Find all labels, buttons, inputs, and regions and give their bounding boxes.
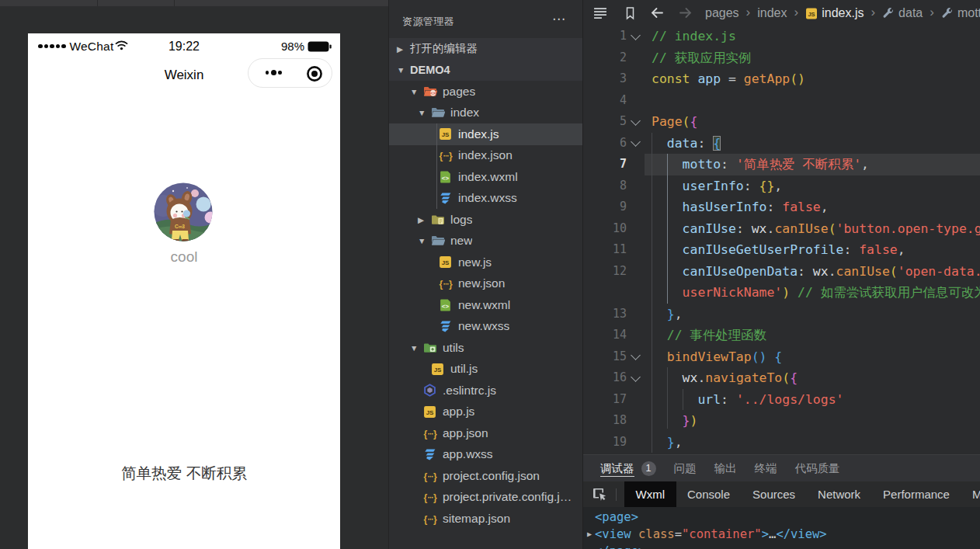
navigate-back-icon[interactable] (650, 5, 665, 23)
breadcrumb-item[interactable]: motto (941, 6, 980, 20)
wxss-icon (439, 320, 453, 333)
home-button[interactable] (306, 65, 323, 85)
simulator-pane: WeChat 19:22 98% Weixin (0, 0, 388, 549)
fold-chevron-icon[interactable] (632, 111, 648, 124)
code-line[interactable]: 1// index.js (583, 26, 980, 47)
file-tree-row[interactable]: JSindex.js (389, 123, 582, 145)
code-line[interactable]: 4 (583, 90, 980, 112)
file-tree-row[interactable]: new.wxss (389, 316, 582, 338)
fold-chevron-icon[interactable] (632, 367, 648, 380)
file-tree-row[interactable]: ▼utils (389, 337, 582, 359)
code-line[interactable]: 7 motto: '简单热爱 不断积累', (583, 154, 980, 175)
fold-chevron-icon[interactable] (632, 133, 648, 146)
code-editor[interactable]: 1// index.js2// 获取应用实例3const app = getAp… (583, 26, 980, 454)
section-label: DEMO4 (410, 64, 450, 76)
capsule-buttons (248, 58, 332, 88)
devtools-tab-network[interactable]: Network (807, 481, 872, 507)
devtools-tab-console[interactable]: Console (676, 481, 742, 507)
file-name: util.js (450, 362, 478, 376)
code-line[interactable]: 11 canIUseGetUserProfile: false, (583, 239, 980, 261)
expand-arrow-icon[interactable]: ▶ (587, 526, 592, 543)
file-tree-row[interactable]: {}index.json (389, 145, 582, 167)
wxss-icon (423, 448, 437, 461)
bookmark-icon[interactable] (624, 6, 637, 23)
motto-text[interactable]: 简单热爱 不断积累 (28, 463, 340, 484)
file-tree-row[interactable]: {}new.json (389, 273, 582, 295)
line-number: 15 (583, 346, 627, 368)
file-tree-row[interactable]: {}app.json (389, 422, 582, 444)
svg-text:{: { (423, 492, 427, 503)
chevron-right-icon: ▶ (397, 44, 406, 54)
file-tree-row[interactable]: {}project.config.json (389, 465, 582, 487)
file-name: .eslintrc.js (443, 384, 496, 398)
more-button[interactable] (258, 59, 289, 87)
explorer-section-project[interactable]: ▼DEMO4 (389, 60, 582, 82)
file-tree-row[interactable]: <>index.wxml (389, 166, 582, 188)
wxml-node[interactable]: ▶<view class="container">…</view> (583, 526, 980, 543)
panel-tab-label: 代码质量 (795, 461, 840, 476)
code-line[interactable]: 8 userInfo: {}, (583, 175, 980, 197)
inspect-element-icon[interactable] (583, 487, 616, 502)
file-name: utils (443, 341, 464, 355)
file-tree-row[interactable]: index.wxss (389, 188, 582, 210)
devtools-tab-performance[interactable]: Performance (872, 481, 961, 507)
file-tree-row[interactable]: app.wxss (389, 444, 582, 466)
file-tree-row[interactable]: <>new.wxml (389, 294, 582, 316)
file-tree-row[interactable]: ▶logs (389, 209, 582, 231)
code-line[interactable]: 14 // 事件处理函数 (583, 325, 980, 346)
breadcrumb-item[interactable]: pages (705, 6, 739, 20)
breadcrumb-separator-icon: › (794, 5, 799, 20)
devtools-tab-wxml[interactable]: Wxml (624, 481, 676, 507)
breadcrumb-separator-icon: › (871, 5, 875, 20)
user-avatar[interactable]: C∞3 (154, 182, 213, 241)
file-tree-row[interactable]: ▼index (389, 103, 582, 124)
panel-tab-代码质量[interactable]: 代码质量 (795, 455, 840, 481)
wxml-node[interactable]: <page> (583, 509, 980, 526)
fold-chevron-icon[interactable] (632, 346, 648, 360)
indent-guide-active (667, 154, 668, 304)
code-line[interactable]: 5Page({ (583, 111, 980, 133)
file-tree-row[interactable]: JSutil.js (389, 359, 582, 380)
svg-text:<>: <> (430, 91, 436, 96)
panel-tab-输出[interactable]: 输出 (714, 455, 737, 481)
code-line[interactable]: 13 }, (583, 304, 980, 325)
wxml-node[interactable]: </page> (583, 543, 980, 549)
code-line[interactable]: 17 url: '../logs/logs' (583, 389, 980, 411)
file-tree-row[interactable]: ▼new (389, 231, 582, 252)
code-line[interactable]: 6 data: { (583, 133, 980, 155)
breadcrumb-item[interactable]: data (882, 6, 923, 20)
code-line[interactable]: 18 }) (583, 410, 980, 432)
explorer-section-open-editors[interactable]: ▶打开的编辑器 (389, 38, 582, 60)
outline-list-icon[interactable] (593, 6, 607, 23)
navigate-forward-icon[interactable] (678, 5, 693, 23)
code-line[interactable]: 10 canIUse: wx.canIUse('button.open-type… (583, 218, 980, 240)
panel-tab-label: 输出 (714, 461, 737, 476)
code-line[interactable]: 15 bindViewTap() { (583, 346, 980, 368)
panel-tab-调试器[interactable]: 调试器1 (600, 455, 656, 481)
breadcrumb-item[interactable]: index (757, 6, 787, 20)
breadcrumb-item[interactable]: JSindex.js (805, 6, 864, 20)
toolbar-strip (0, 0, 388, 6)
fold-chevron-icon[interactable] (632, 26, 648, 39)
folder-open-icon (431, 235, 445, 248)
file-tree-row[interactable]: JSnew.js (389, 252, 582, 273)
file-tree-row[interactable]: ▼<>pages (389, 81, 582, 103)
file-tree-row[interactable]: .eslintrc.js (389, 380, 582, 401)
devtools-tab-memory[interactable]: Memory (961, 481, 980, 507)
code-line[interactable]: 9 hasUserInfo: false, (583, 196, 980, 218)
code-line[interactable]: 16 wx.navigateTo({ (583, 367, 980, 389)
file-tree-row[interactable]: {}project.private.config.json (389, 487, 582, 509)
code-line[interactable]: userNickName') // 如需尝试获取用户信息可改为false (583, 282, 980, 304)
panel-tab-终端[interactable]: 终端 (755, 455, 777, 481)
explorer-more-icon[interactable]: ⋯ (552, 11, 566, 27)
code-line[interactable]: 19 }, (583, 432, 980, 453)
code-line[interactable]: 3const app = getApp() (583, 68, 980, 90)
wechat-devtools-window: WeChat 19:22 98% Weixin (0, 0, 980, 549)
file-tree-row[interactable]: {}sitemap.json (389, 508, 582, 530)
file-tree-row[interactable]: JSapp.js (389, 401, 582, 423)
panel-tab-问题[interactable]: 问题 (674, 455, 697, 481)
svg-text:<>: <> (442, 175, 450, 182)
devtools-tab-sources[interactable]: Sources (742, 481, 807, 507)
code-line[interactable]: 2// 获取应用实例 (583, 47, 980, 69)
code-line[interactable]: 12 canIUseOpenData: wx.canIUse('open-dat… (583, 261, 980, 283)
